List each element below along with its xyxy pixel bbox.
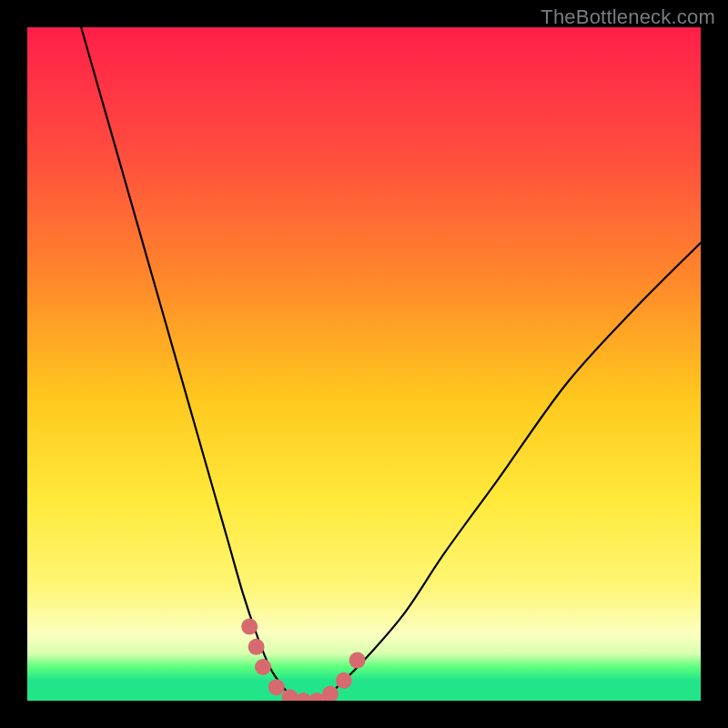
watermark-text: TheBottleneck.com (541, 5, 715, 29)
valley-dots (241, 619, 365, 701)
valley-dot (268, 679, 285, 695)
valley-dot (336, 672, 352, 689)
bottleneck-curve (81, 27, 701, 701)
valley-dot (255, 659, 271, 675)
valley-dot (349, 652, 366, 669)
valley-dot (248, 639, 265, 655)
plot-area (27, 27, 701, 701)
valley-dot (241, 619, 258, 635)
bottleneck-chart (27, 27, 701, 701)
